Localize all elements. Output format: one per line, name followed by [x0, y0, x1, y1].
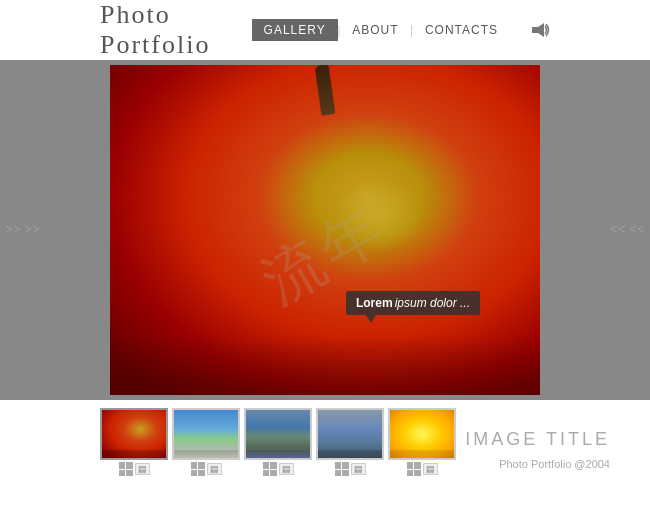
grid-icon-3 — [335, 462, 349, 476]
thumbnail-0[interactable] — [100, 408, 168, 460]
grid-icon-4 — [407, 462, 421, 476]
thumbnail-1[interactable] — [172, 408, 240, 460]
site-title: Photo Portfolio — [100, 0, 222, 60]
prev-arrows[interactable]: >> >> — [5, 222, 40, 238]
thumb-item-4: ▤ — [388, 408, 456, 476]
tooltip-text: ipsum dolor ... — [395, 296, 470, 310]
thumb-item-1: ▤ — [172, 408, 240, 476]
thumb-icons-2: ▤ — [263, 462, 294, 476]
thumb-icons-3: ▤ — [335, 462, 366, 476]
nav-about[interactable]: ABOUT — [340, 19, 410, 41]
thumbnail-area: ▤ ▤ ▤ — [0, 400, 650, 520]
header: Photo Portfolio GALLERY | ABOUT | CONTAC… — [0, 0, 650, 60]
nav-gallery[interactable]: GALLERY — [252, 19, 338, 41]
main-area: >> >> Lorem ipsum dolor ... << << — [0, 60, 650, 400]
expand-btn-4[interactable]: ▤ — [423, 463, 438, 475]
thumbnails: ▤ ▤ ▤ — [100, 408, 456, 476]
grid-icon-2 — [263, 462, 277, 476]
apple-photo — [110, 65, 540, 395]
expand-btn-0[interactable]: ▤ — [135, 463, 150, 475]
thumbnail-2[interactable] — [244, 408, 312, 460]
image-title: IMAGE TITLE — [465, 429, 610, 450]
info-panel: IMAGE TITLE Photo Portfolio @2004 — [465, 429, 610, 470]
sound-button[interactable] — [530, 22, 550, 38]
tooltip-bold: Lorem — [356, 296, 393, 310]
nav-contacts[interactable]: CONTACTS — [413, 19, 510, 41]
grid-icon-0 — [119, 462, 133, 476]
main-image: Lorem ipsum dolor ... — [110, 65, 540, 395]
thumb-item-3: ▤ — [316, 408, 384, 476]
expand-btn-2[interactable]: ▤ — [279, 463, 294, 475]
thumbnail-4[interactable] — [388, 408, 456, 460]
grid-icon-1 — [191, 462, 205, 476]
thumb-item-0: ▤ — [100, 408, 168, 476]
thumb-item-2: ▤ — [244, 408, 312, 476]
thumbnail-3[interactable] — [316, 408, 384, 460]
tooltip-arrow — [366, 315, 376, 323]
next-arrows[interactable]: << << — [610, 222, 645, 238]
thumb-icons-0: ▤ — [119, 462, 150, 476]
expand-btn-3[interactable]: ▤ — [351, 463, 366, 475]
thumb-icons-1: ▤ — [191, 462, 222, 476]
image-tooltip: Lorem ipsum dolor ... — [346, 291, 480, 315]
copyright: Photo Portfolio @2004 — [465, 458, 610, 470]
expand-btn-1[interactable]: ▤ — [207, 463, 222, 475]
main-nav: GALLERY | ABOUT | CONTACTS — [252, 19, 510, 41]
svg-marker-0 — [532, 23, 544, 37]
thumb-icons-4: ▤ — [407, 462, 438, 476]
